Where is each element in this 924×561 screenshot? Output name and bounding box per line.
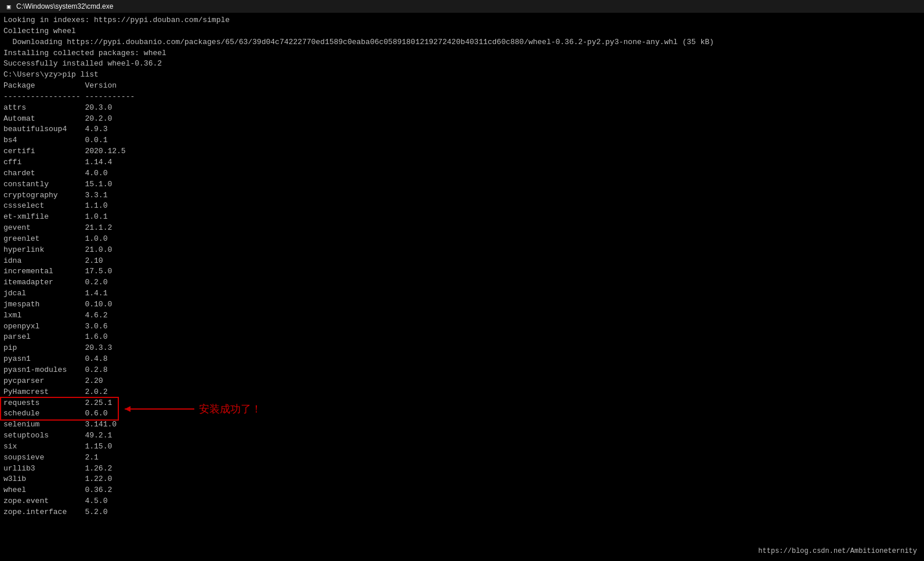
terminal-line: soupsieve 2.1 [3,453,921,464]
title-bar: ▣ C:\Windows\system32\cmd.exe [0,0,924,13]
terminal-line: jmespath 0.10.0 [3,299,921,310]
terminal-line: constantly 15.1.0 [3,179,921,190]
terminal-lines: Looking in indexes: https://pypi.douban.… [3,15,921,518]
terminal-line: Automat 20.2.0 [3,114,921,125]
terminal-line: C:\Users\yzy>pip list [3,70,921,81]
terminal-line: cffi 1.14.4 [3,157,921,168]
terminal-line: Package Version [3,81,921,92]
terminal-line: bs4 0.0.1 [3,135,921,146]
terminal-line: Looking in indexes: https://pypi.douban.… [3,15,921,26]
bottom-link: https://blog.csdn.net/Ambitioneternity [758,546,917,556]
terminal-line: six 1.15.0 [3,441,921,453]
terminal-line: setuptools 49.2.1 [3,430,921,441]
terminal-line: PyHamcrest 2.0.2 [3,387,921,398]
terminal-line: hyperlink 21.0.0 [3,245,921,256]
terminal-line: cssselect 1.1.0 [3,201,921,212]
terminal-line: certifi 2020.12.5 [3,146,921,157]
annotation-text: 安装成功了！ [199,401,262,417]
arrow-line [125,408,194,410]
terminal-line: et-xmlfile 1.0.1 [3,212,921,223]
title-bar-title: C:\Windows\system32\cmd.exe [16,2,113,10]
arrow-annotation: 安装成功了！ [125,401,262,417]
terminal-line: beautifulsoup4 4.9.3 [3,124,921,135]
terminal-line: cryptography 3.3.1 [3,190,921,201]
terminal-line: Successfully installed wheel-0.36.2 [3,59,921,70]
terminal-line: zope.event 4.5.0 [3,496,921,507]
terminal-line: urllib3 1.26.2 [3,464,921,475]
terminal-line: parsel 1.6.0 [3,332,921,343]
terminal-line: chardet 4.0.0 [3,168,921,179]
terminal-line: Downloading https://pypi.doubanio.com/pa… [3,37,921,48]
terminal-line: incremental 17.5.0 [3,266,921,277]
terminal-line: openpyxl 3.0.6 [3,321,921,332]
terminal-line: selenium 3.141.0 [3,419,921,430]
terminal-line: idna 2.10 [3,256,921,267]
terminal-body: Looking in indexes: https://pypi.douban.… [0,13,924,561]
terminal-line: lxml 4.6.2 [3,310,921,321]
terminal-line: pip 20.3.3 [3,343,921,354]
terminal-line: Installing collected packages: wheel [3,48,921,59]
terminal-line: pyasn1 0.4.8 [3,354,921,365]
terminal-line: wheel 0.36.2 [3,485,921,496]
terminal-line: Collecting wheel [3,26,921,37]
terminal-line: ----------------- ----------- [3,92,921,103]
terminal-line: pyasn1-modules 0.2.8 [3,365,921,376]
terminal-line: gevent 21.1.2 [3,223,921,234]
title-bar-icon: ▣ [5,2,13,10]
terminal-line: w3lib 1.22.0 [3,474,921,485]
terminal-line: greenlet 1.0.0 [3,234,921,245]
terminal-line: zope.interface 5.2.0 [3,507,921,518]
terminal-line: itemadapter 0.2.0 [3,277,921,288]
terminal-line: attrs 20.3.0 [3,103,921,114]
terminal-line: pycparser 2.20 [3,376,921,387]
terminal-line: jdcal 1.4.1 [3,288,921,299]
